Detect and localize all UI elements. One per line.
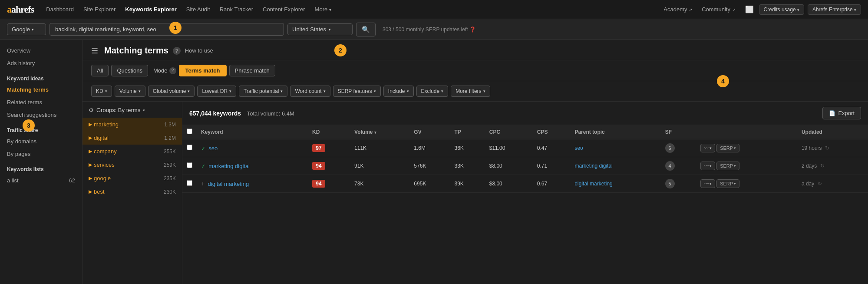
sidebar-item-related-terms[interactable]: Related terms <box>0 96 82 109</box>
chart-button[interactable]: 〰 ▾ <box>700 162 715 170</box>
search-button[interactable]: 🔍 <box>356 23 376 36</box>
chart-button[interactable]: 〰 ▾ <box>700 179 715 188</box>
sidebar-item-ads-history[interactable]: Ads history <box>0 57 82 69</box>
sidebar-item-matching-terms[interactable]: Matching terms <box>0 83 82 96</box>
tab-questions[interactable]: Questions <box>111 65 148 76</box>
nav-academy[interactable]: Academy ↗ <box>659 3 696 15</box>
filter-exclude[interactable]: Exclude ▾ <box>416 86 449 97</box>
how-to-use-link[interactable]: How to use <box>185 47 213 54</box>
sf-badge: 6 <box>665 143 675 153</box>
group-vol: 235K <box>164 175 176 182</box>
group-item-company[interactable]: ▶ company 355K <box>83 145 182 158</box>
tabs-row: All Questions Mode ? Terms match Phrase … <box>83 60 868 81</box>
nav-community[interactable]: Community ↗ <box>697 3 739 15</box>
serp-button[interactable]: SERP ▾ <box>716 144 739 152</box>
group-item-best[interactable]: ▶ best 230K <box>83 185 182 198</box>
group-arrow-icon: ▶ <box>89 149 92 154</box>
select-all-checkbox[interactable] <box>187 129 192 134</box>
credits-usage-button[interactable]: Credits usage ▾ <box>759 4 804 15</box>
tab-terms-match[interactable]: Terms match <box>179 65 227 76</box>
sidebar-item-by-pages[interactable]: By pages <box>0 148 82 160</box>
chart-button[interactable]: 〰 ▾ <box>700 144 715 152</box>
filter-volume[interactable]: Volume ▾ <box>115 86 145 97</box>
refresh-icon[interactable]: ↻ <box>825 145 829 151</box>
keyword-link[interactable]: seo <box>208 145 218 152</box>
nav-keywords-explorer[interactable]: Keywords Explorer <box>121 3 181 15</box>
nav-rank-tracker[interactable]: Rank Tracker <box>215 3 257 15</box>
filter-more-filters[interactable]: More filters ▾ <box>451 86 490 97</box>
groups-header[interactable]: ⚙ Groups: By terms ▾ <box>83 102 182 118</box>
parent-topic-link[interactable]: marketing digital <box>574 163 612 169</box>
monitor-icon[interactable]: ⬜ <box>745 5 754 13</box>
col-keyword: Keyword <box>197 125 308 139</box>
row-checkbox[interactable] <box>187 162 192 168</box>
col-sf: SF <box>661 125 696 139</box>
nav-content-explorer[interactable]: Content Explorer <box>258 3 310 15</box>
filter-include[interactable]: Include ▾ <box>383 86 414 97</box>
filters-row: KD ▾ Volume ▾ Global volume ▾ Lowest DR … <box>83 81 868 102</box>
col-updated: Updated <box>797 125 868 139</box>
filter-lowest-dr[interactable]: Lowest DR ▾ <box>197 86 236 97</box>
keywords-table: Keyword KD Volume ▾ GV TP CPC CPS Parent… <box>182 125 868 193</box>
help-icon[interactable]: ❓ <box>469 26 476 33</box>
group-vol: 1.3M <box>164 122 176 128</box>
refresh-icon[interactable]: ↻ <box>820 163 825 169</box>
filter-traffic-potential[interactable]: Traffic potential ▾ <box>239 86 287 97</box>
search-engine-select[interactable]: Google ▾ <box>7 23 46 35</box>
check-mark-icon: ✓ <box>201 145 205 152</box>
serp-button[interactable]: SERP ▾ <box>716 162 739 170</box>
filter-global-volume[interactable]: Global volume ▾ <box>148 86 195 97</box>
parent-topic-link[interactable]: digital marketing <box>574 181 612 187</box>
nav-site-audit[interactable]: Site Audit <box>182 3 215 15</box>
serp-button[interactable]: SERP ▾ <box>716 179 739 188</box>
mode-help-icon[interactable]: ? <box>169 67 176 74</box>
page-help-icon[interactable]: ? <box>173 47 181 55</box>
sidebar-item-by-domains[interactable]: By domains <box>0 135 82 148</box>
group-item-digital[interactable]: ▶ digital 1.2M <box>83 131 182 145</box>
nav-more[interactable]: More ▾ <box>310 3 336 15</box>
group-name: services <box>94 162 115 168</box>
filter-word-count[interactable]: Word count ▾ <box>290 86 330 97</box>
mode-label: Mode ? <box>153 67 176 74</box>
col-tp: TP <box>450 125 485 139</box>
nav-dashboard[interactable]: Dashboard <box>42 3 78 15</box>
keyword-link[interactable]: digital marketing <box>208 181 249 187</box>
search-input[interactable] <box>50 23 284 36</box>
groups-panel: ⚙ Groups: By terms ▾ ▶ marketing 1.3M ▶ … <box>83 102 182 284</box>
kd-badge: 94 <box>312 180 325 188</box>
annotation-3: 3 <box>23 119 35 132</box>
group-vol: 259K <box>164 162 176 168</box>
keywords-header: 657,044 keywords Total volume: 6.4M 📄 Ex… <box>182 102 868 125</box>
group-item-google[interactable]: ▶ google 235K <box>83 172 182 185</box>
page-title: Matching terms <box>104 46 168 56</box>
tab-all[interactable]: All <box>91 65 109 76</box>
sidebar-item-a-list[interactable]: a list 62 <box>0 174 82 187</box>
sidebar-item-overview[interactable]: Overview <box>0 44 82 57</box>
enterprise-button[interactable]: Ahrefs Enterprise ▾ <box>808 4 861 15</box>
search-bar: Google ▾ 1 United States ▾ 🔍 303 / 500 m… <box>0 19 868 40</box>
sidebar-section-traffic-share: Traffic share <box>0 123 82 135</box>
row-checkbox[interactable] <box>187 180 192 186</box>
country-select[interactable]: United States ▾ <box>287 23 353 35</box>
keyword-link[interactable]: marketing digital <box>208 163 250 169</box>
group-name: company <box>94 148 117 155</box>
group-arrow-icon: ▶ <box>89 135 92 141</box>
filter-kd[interactable]: KD ▾ <box>91 86 112 97</box>
tab-phrase-match[interactable]: Phrase match <box>229 65 275 76</box>
parent-topic-link[interactable]: seo <box>574 145 583 151</box>
content-area: ☰ Matching terms ? How to use 2 All Ques… <box>83 40 868 284</box>
row-checkbox[interactable] <box>187 145 192 150</box>
group-item-marketing[interactable]: ▶ marketing 1.3M <box>83 118 182 131</box>
refresh-icon[interactable]: ↻ <box>818 181 822 187</box>
hamburger-icon[interactable]: ☰ <box>91 46 98 56</box>
sf-badge: 4 <box>665 161 675 171</box>
plus-icon: + <box>201 180 205 187</box>
export-button[interactable]: 📄 Export <box>822 107 861 119</box>
logo[interactable]: aahrefs <box>7 4 34 15</box>
col-volume[interactable]: Volume ▾ <box>350 125 409 139</box>
group-arrow-icon: ▶ <box>89 175 92 181</box>
sidebar-item-search-suggestions[interactable]: Search suggestions <box>0 109 82 121</box>
filter-serp-features[interactable]: SERP features ▾ <box>333 86 381 97</box>
nav-site-explorer[interactable]: Site Explorer <box>79 3 120 15</box>
group-item-services[interactable]: ▶ services 259K <box>83 158 182 172</box>
